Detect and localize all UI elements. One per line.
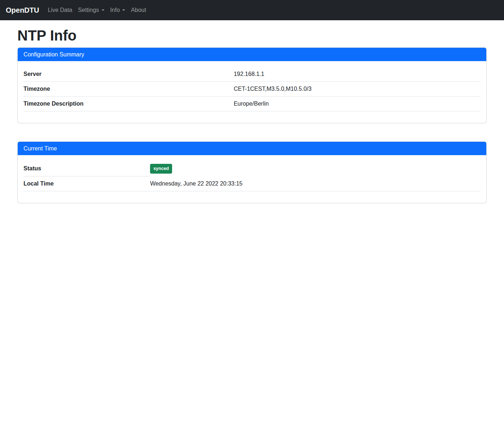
status-badge: synced: [150, 164, 172, 174]
current-time-body: Status synced Local Time Wednesday, June…: [18, 155, 486, 203]
table-row: Local Time Wednesday, June 22 2022 20:33…: [24, 176, 480, 191]
table-row: Server 192.168.1.1: [24, 67, 480, 82]
nav-item-live-data[interactable]: Live Data: [45, 4, 75, 16]
table-row: Timezone Description Europe/Berlin: [24, 97, 480, 111]
config-summary-card: Configuration Summary Server 192.168.1.1…: [17, 47, 487, 123]
table-row: Status synced: [24, 161, 480, 176]
status-value-cell: synced: [150, 161, 480, 176]
nav-item-about[interactable]: About: [128, 4, 149, 16]
current-time-table: Status synced Local Time Wednesday, June…: [24, 161, 480, 191]
config-summary-table: Server 192.168.1.1 Timezone CET-1CEST,M3…: [24, 67, 480, 111]
local-time-value: Wednesday, June 22 2022 20:33:15: [150, 176, 480, 191]
current-time-header: Current Time: [18, 142, 486, 155]
current-time-card: Current Time Status synced Local Time We…: [17, 141, 487, 203]
page-title: NTP Info: [17, 27, 487, 44]
nav-item-live-data-label: Live Data: [48, 7, 72, 13]
config-summary-body: Server 192.168.1.1 Timezone CET-1CEST,M3…: [18, 61, 486, 123]
nav-item-info[interactable]: Info: [107, 4, 128, 16]
config-row-server-label: Server: [24, 67, 234, 82]
nav-item-settings[interactable]: Settings: [75, 4, 107, 16]
nav-item-settings-label: Settings: [78, 7, 99, 13]
navbar: OpenDTU Live Data Settings Info About: [0, 0, 504, 20]
table-row: Timezone CET-1CEST,M3.5.0,M10.5.0/3: [24, 82, 480, 97]
main-content: NTP Info Configuration Summary Server 19…: [0, 20, 504, 239]
caret-down-icon: [102, 9, 104, 11]
nav-item-info-label: Info: [110, 7, 120, 13]
navbar-nav: Live Data Settings Info About: [45, 4, 149, 16]
config-row-timezone-description-value: Europe/Berlin: [234, 97, 480, 111]
local-time-label: Local Time: [24, 176, 150, 191]
config-summary-header: Configuration Summary: [18, 48, 486, 61]
caret-down-icon: [122, 9, 125, 11]
nav-item-about-label: About: [131, 7, 146, 13]
config-row-timezone-description-label: Timezone Description: [24, 97, 234, 111]
config-row-timezone-value: CET-1CEST,M3.5.0,M10.5.0/3: [234, 82, 480, 97]
config-row-timezone-label: Timezone: [24, 82, 234, 97]
status-label: Status: [24, 161, 150, 176]
config-row-server-value: 192.168.1.1: [234, 67, 480, 82]
navbar-brand[interactable]: OpenDTU: [6, 6, 39, 14]
